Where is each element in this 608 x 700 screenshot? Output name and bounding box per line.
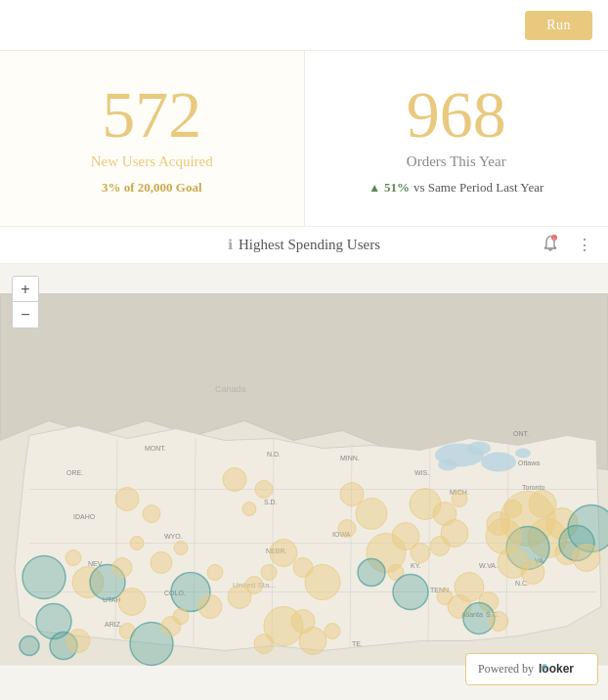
- svg-point-105: [521, 561, 544, 585]
- powered-by-text: Powered by: [478, 662, 534, 677]
- svg-point-98: [529, 491, 556, 518]
- us-map-svg: ORE. IDAHO NEV. UTAH MONT. WYO. COLO. N.…: [0, 264, 608, 695]
- svg-text:MONT.: MONT.: [145, 445, 166, 452]
- svg-point-77: [411, 544, 430, 563]
- svg-point-114: [393, 575, 428, 610]
- svg-point-68: [270, 540, 297, 567]
- svg-point-14: [467, 442, 491, 456]
- svg-point-110: [207, 565, 223, 581]
- up-arrow-icon: ▲: [369, 181, 380, 196]
- looker-logo-svg: looker: [539, 660, 586, 676]
- svg-point-81: [452, 492, 467, 507]
- zoom-controls: + −: [12, 276, 39, 328]
- more-options-button[interactable]: ⋮: [573, 234, 596, 256]
- orders-comparison: ▲ 51% vs Same Period Last Year: [369, 180, 543, 196]
- svg-text:TE.: TE.: [352, 640, 363, 647]
- orders-label: Orders This Year: [407, 153, 506, 170]
- map-header: ℹ Highest Spending Users + ⋮: [0, 227, 608, 264]
- svg-point-53: [115, 488, 139, 511]
- svg-point-58: [118, 589, 146, 616]
- svg-point-57: [112, 558, 132, 578]
- map-title-text: Highest Spending Users: [239, 237, 380, 253]
- map-container: + −: [0, 264, 608, 695]
- svg-point-108: [504, 501, 522, 518]
- svg-point-74: [338, 520, 356, 538]
- orders-number: 968: [407, 81, 506, 148]
- run-button[interactable]: Run: [525, 11, 592, 40]
- new-users-label: New Users Acquired: [91, 153, 213, 170]
- svg-point-73: [356, 499, 387, 530]
- svg-text:ARIZ.: ARIZ.: [105, 621, 122, 628]
- svg-point-55: [130, 537, 144, 550]
- powered-by-badge: Powered by looker: [465, 653, 598, 685]
- svg-point-60: [198, 595, 222, 619]
- svg-point-54: [143, 505, 160, 523]
- zoom-in-button[interactable]: +: [13, 277, 38, 302]
- header: Run: [0, 0, 608, 51]
- svg-point-111: [245, 577, 263, 594]
- zoom-out-button[interactable]: −: [13, 302, 38, 328]
- svg-point-50: [66, 630, 90, 653]
- svg-text:MINN.: MINN.: [340, 455, 360, 461]
- svg-text:W.VA.: W.VA.: [479, 562, 498, 569]
- info-icon: ℹ: [228, 237, 233, 253]
- new-users-number: 572: [102, 81, 201, 148]
- new-users-goal: 3% of 20,000 Goal: [102, 180, 202, 196]
- svg-text:Ottawa: Ottawa: [518, 459, 540, 466]
- svg-text:N.D.: N.D.: [267, 451, 281, 458]
- svg-point-65: [223, 468, 246, 492]
- svg-point-13: [481, 453, 516, 472]
- svg-point-92: [437, 590, 453, 605]
- svg-point-113: [174, 542, 188, 555]
- svg-text:WYO.: WYO.: [164, 533, 183, 540]
- looker-brand: looker: [539, 660, 586, 678]
- svg-point-70: [261, 565, 277, 581]
- svg-point-67: [242, 503, 256, 516]
- bell-icon: +: [542, 235, 559, 252]
- svg-point-15: [438, 459, 457, 471]
- svg-point-71: [305, 565, 340, 600]
- svg-point-102: [573, 545, 600, 572]
- svg-point-88: [291, 610, 315, 634]
- svg-point-86: [254, 634, 274, 654]
- svg-point-94: [489, 612, 508, 632]
- stats-row: 572 New Users Acquired 3% of 20,000 Goal…: [0, 51, 608, 227]
- alert-button[interactable]: +: [538, 233, 563, 258]
- svg-point-112: [151, 552, 172, 574]
- svg-point-83: [430, 537, 450, 556]
- svg-text:ORE.: ORE.: [66, 469, 83, 476]
- svg-text:ONT.: ONT.: [513, 430, 529, 437]
- comparison-pct: 51%: [384, 180, 410, 196]
- svg-text:IDAHO: IDAHO: [73, 513, 96, 520]
- svg-point-16: [515, 449, 531, 459]
- svg-point-64: [161, 617, 181, 636]
- svg-point-87: [325, 624, 340, 639]
- svg-point-52: [65, 550, 81, 566]
- svg-point-115: [358, 559, 385, 587]
- svg-text:Canada: Canada: [215, 384, 246, 394]
- svg-text:S.D.: S.D.: [264, 499, 278, 505]
- new-users-card: 572 New Users Acquired 3% of 20,000 Goal: [0, 51, 305, 226]
- svg-point-46: [22, 556, 65, 599]
- svg-point-118: [543, 666, 546, 669]
- map-actions: + ⋮: [538, 233, 596, 258]
- map-section: ℹ Highest Spending Users + ⋮ + −: [0, 227, 608, 700]
- orders-card: 968 Orders This Year ▲ 51% vs Same Perio…: [305, 51, 609, 226]
- map-title: ℹ Highest Spending Users: [228, 237, 380, 253]
- svg-text:WIS.: WIS.: [414, 469, 429, 476]
- svg-text:Toronto: Toronto: [522, 484, 544, 491]
- comparison-text: vs Same Period Last Year: [413, 180, 543, 196]
- svg-point-49: [20, 636, 39, 656]
- svg-point-66: [255, 481, 273, 499]
